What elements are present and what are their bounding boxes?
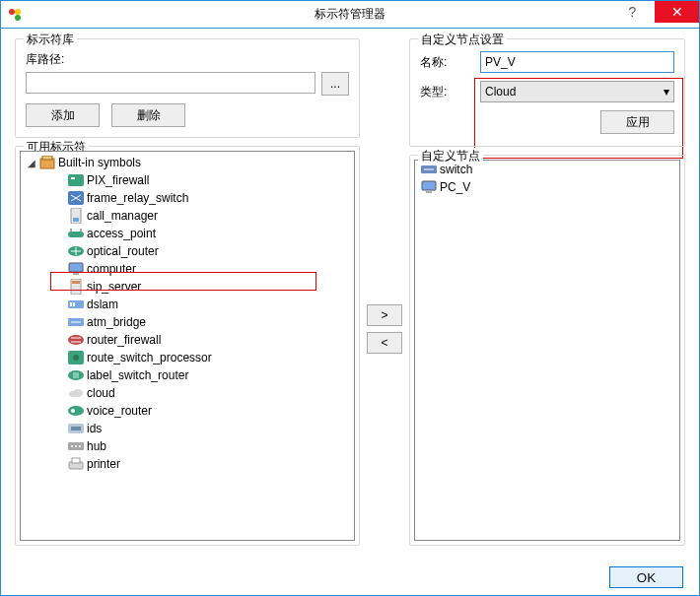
tree-item[interactable]: atm_bridge	[23, 313, 354, 331]
list-item[interactable]: PC_V	[415, 178, 679, 196]
move-left-button[interactable]: <	[367, 332, 402, 354]
tree-item-label: route_switch_processor	[87, 351, 212, 364]
tree-item[interactable]: voice_router	[23, 402, 354, 420]
tree-item[interactable]: call_manager	[23, 207, 354, 225]
library-group: 标示符库 库路径: ... 添加 删除	[15, 38, 360, 138]
svg-point-36	[79, 445, 81, 447]
ap-icon	[68, 226, 84, 241]
content-area: 标示符库 库路径: ... 添加 删除 可用标示符	[1, 29, 699, 560]
tree-item[interactable]: route_switch_processor	[23, 349, 354, 366]
computer-icon	[68, 261, 84, 277]
tree-item[interactable]: hub	[23, 437, 354, 455]
tree-item-label: ids	[87, 422, 102, 435]
window: 标示符管理器 ? ✕ 标示符库 库路径: ... 添加 删除	[0, 0, 700, 596]
custom-nodes-list[interactable]: switch PC_V	[414, 160, 680, 541]
svg-rect-40	[422, 181, 436, 190]
apply-button[interactable]: 应用	[600, 110, 674, 134]
atm-icon	[68, 314, 84, 330]
available-group: 可用标示符 ◢ Built-in symbols PIX_firewall	[15, 146, 360, 546]
tree-item[interactable]: optical_router	[23, 242, 354, 260]
tree-item[interactable]: ids	[23, 420, 354, 437]
tree-item-label: sip_server	[87, 280, 141, 294]
right-column: 自定义节点设置 名称: 类型: Cloud ▾ 应用 自定义节点	[409, 38, 685, 554]
tree-item[interactable]: dslam	[23, 296, 354, 313]
tree-item-label: cloud	[87, 386, 115, 400]
tree-item-label: label_switch_router	[87, 368, 188, 382]
optical-router-icon	[68, 243, 84, 259]
tree-root-item[interactable]: ◢ Built-in symbols	[23, 154, 354, 171]
frs-icon	[68, 190, 84, 206]
tree-item-label: voice_router	[87, 404, 152, 418]
type-select-value: Cloud	[485, 85, 516, 99]
available-tree[interactable]: ◢ Built-in symbols PIX_firewall frame_re…	[20, 151, 355, 541]
svg-rect-15	[73, 273, 79, 275]
name-label: 名称:	[420, 54, 474, 71]
svg-rect-10	[68, 232, 84, 237]
tree-item[interactable]: label_switch_router	[23, 366, 354, 384]
box-icon	[39, 155, 55, 170]
svg-point-34	[71, 445, 73, 447]
cloud-icon	[68, 385, 84, 401]
type-select[interactable]: Cloud ▾	[480, 81, 674, 102]
tree-item[interactable]: computer	[23, 260, 354, 278]
rsp-icon	[68, 350, 84, 365]
svg-rect-6	[71, 177, 75, 179]
ids-icon	[68, 421, 84, 436]
svg-point-1	[15, 15, 21, 21]
svg-point-29	[68, 406, 84, 416]
type-label: 类型:	[420, 84, 474, 100]
delete-button[interactable]: 删除	[111, 103, 185, 127]
tree-item-label: call_manager	[87, 209, 158, 223]
lib-path-label: 库路径:	[26, 51, 349, 68]
tree-root-label: Built-in symbols	[58, 156, 141, 169]
list-item-label: PC_V	[440, 180, 470, 194]
svg-point-0	[9, 9, 15, 15]
name-input[interactable]	[480, 51, 674, 73]
svg-rect-41	[426, 191, 432, 193]
add-button[interactable]: 添加	[26, 103, 100, 127]
left-column: 标示符库 库路径: ... 添加 删除 可用标示符	[15, 38, 360, 554]
tree-item[interactable]: printer	[23, 455, 354, 473]
tree-item-label: frame_relay_switch	[87, 191, 188, 205]
transfer-column: > <	[360, 38, 409, 554]
svg-rect-17	[72, 281, 80, 284]
tree-item[interactable]: sip_server	[23, 278, 354, 296]
close-button[interactable]: ✕	[655, 1, 699, 23]
window-title: 标示符管理器	[315, 6, 385, 23]
browse-button[interactable]: ...	[321, 72, 349, 96]
tree-item-label: hub	[87, 439, 106, 453]
router-firewall-icon	[68, 332, 84, 348]
tree-item[interactable]: frame_relay_switch	[23, 189, 354, 207]
ok-button[interactable]: OK	[609, 566, 683, 588]
svg-rect-20	[73, 302, 75, 306]
sip-icon	[68, 279, 84, 295]
custom-nodes-group: 自定义节点 switch PC_V	[409, 155, 685, 546]
custom-nodes-group-label: 自定义节点	[418, 148, 483, 165]
footer: OK	[1, 560, 699, 595]
tree-item-label: optical_router	[87, 244, 159, 258]
tree-item-label: atm_bridge	[87, 315, 146, 329]
library-group-label: 标示符库	[24, 32, 77, 48]
tree-item-label: printer	[87, 457, 120, 471]
svg-rect-26	[73, 372, 79, 378]
svg-rect-5	[68, 174, 84, 186]
svg-point-2	[15, 9, 21, 15]
svg-point-28	[73, 389, 83, 397]
svg-rect-38	[72, 458, 80, 463]
settings-group: 自定义节点设置 名称: 类型: Cloud ▾ 应用	[409, 38, 685, 147]
tree-item[interactable]: router_firewall	[23, 331, 354, 349]
move-right-button[interactable]: >	[367, 304, 402, 326]
titlebar-controls: ? ✕	[610, 1, 699, 28]
lib-path-input[interactable]	[26, 72, 315, 94]
expander-icon[interactable]: ◢	[27, 158, 36, 168]
help-button[interactable]: ?	[610, 1, 655, 23]
svg-rect-9	[73, 218, 79, 222]
tree-item[interactable]: cloud	[23, 384, 354, 402]
tree-item-label: PIX_firewall	[87, 173, 149, 187]
tree-item[interactable]: PIX_firewall	[23, 171, 354, 189]
tree-item[interactable]: access_point	[23, 225, 354, 242]
printer-icon	[68, 456, 84, 472]
svg-point-22	[68, 335, 84, 345]
pix-icon	[68, 172, 84, 188]
app-icon	[7, 7, 23, 23]
